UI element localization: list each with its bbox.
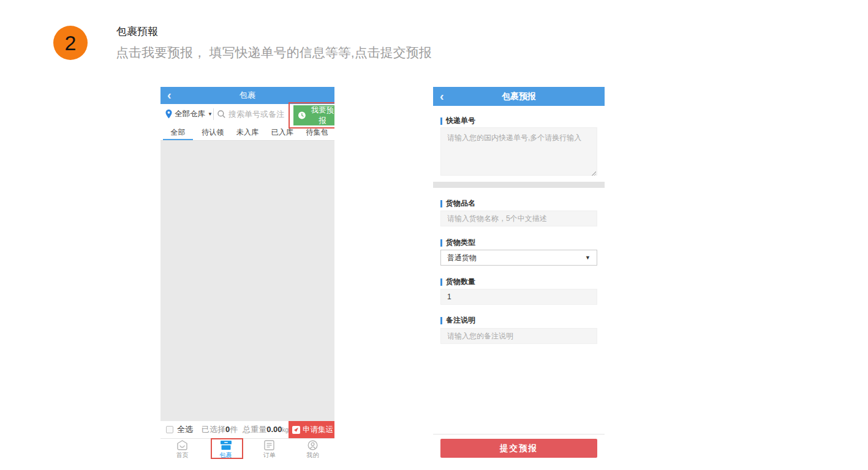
page-title: 包裹预报 [502,91,536,102]
back-icon[interactable]: ‹ [440,90,444,102]
goods-type-selected-value: 普通货物 [447,253,477,263]
nav-item-profile[interactable]: 我的 [291,439,334,461]
nav-item-orders[interactable]: 订单 [247,439,291,461]
forecast-button[interactable]: 我要预报 [293,105,334,125]
label-accent-bar [440,239,442,247]
divider [213,108,214,120]
divider [433,434,605,435]
app-header: ‹ 包裹预报 [433,87,605,106]
warehouse-dropdown[interactable]: 全部仓库 ▼ [165,104,213,124]
nav-label-orders: 订单 [263,451,276,460]
location-pin-icon [165,110,172,119]
home-icon [176,440,189,450]
selection-action-bar: 全选 已选择0件 总重量0.00kg 申请集运 [160,421,334,438]
step-title: 包裹預報 [116,24,158,39]
tutorial-page: 2 包裹預報 点击我要预报， 填写快递单号的信息等等,点击提交预报 ‹ 包裹 全… [0,0,868,470]
select-all-label: 全选 [177,424,193,435]
select-caret-icon: ▼ [585,255,591,261]
package-forecast-screen: ‹ 包裹预报 快递单号 货物品名 货物类型 普通货物 ▼ 货物数量 [433,87,605,461]
back-icon[interactable]: ‹ [167,89,172,101]
selected-suffix: 件 [230,425,238,434]
app-header: ‹ 包裹 [160,87,334,104]
page-title: 包裹 [240,90,255,101]
label-accent-bar [440,278,442,286]
step-number-badge: 2 [53,26,88,60]
search-input[interactable] [228,110,287,119]
empty-package-list [160,141,334,421]
nav-label-home: 首页 [176,451,189,460]
package-list-screen: ‹ 包裹 全部仓库 ▼ [160,87,334,461]
field-label-text: 备注说明 [446,315,475,326]
nav-label-packages: 包裹 [220,451,232,460]
apply-consolidation-button[interactable]: 申请集运 [289,421,334,438]
field-label-remarks: 备注说明 [440,316,475,324]
tab-to-bundle[interactable]: 待集包 [300,124,334,140]
selected-prefix: 已选择 [202,425,225,434]
goods-name-input[interactable] [440,211,597,226]
tab-to-claim[interactable]: 待认领 [195,124,230,140]
consolidate-icon [292,426,300,434]
weight-label: 总重量 [243,425,266,434]
select-all-checkbox[interactable] [166,426,173,433]
profile-icon [307,440,319,450]
weight-unit: kg [282,427,289,433]
step-description: 点击我要预报， 填写快递单号的信息等等,点击提交预报 [116,44,432,61]
weight-value: 0.00 [266,425,282,434]
field-label-tracking-number: 快递单号 [440,117,475,125]
tab-all[interactable]: 全部 [160,124,195,140]
nav-label-profile: 我的 [307,451,319,460]
warehouse-label: 全部仓库 [175,109,205,119]
clock-icon [298,111,306,119]
label-accent-bar [440,317,442,324]
apply-consolidation-label: 申请集运 [303,425,333,435]
search-icon [217,110,225,118]
field-label-text: 货物类型 [446,237,475,248]
step-number: 2 [65,31,77,55]
nav-item-home[interactable]: 首页 [160,439,204,461]
dropdown-caret-icon: ▼ [208,111,213,117]
field-label-text: 快递单号 [446,116,475,126]
resize-handle-icon[interactable] [592,171,596,176]
remarks-input[interactable] [440,328,597,344]
goods-quantity-input[interactable] [440,289,597,305]
label-accent-bar [440,200,442,207]
total-weight-text: 总重量0.00kg [243,424,289,435]
forecast-button-label: 我要预报 [309,105,334,126]
field-label-text: 货物数量 [446,277,475,287]
bottom-navigation: 首页 包裹 [160,438,334,461]
field-label-text: 货物品名 [446,198,475,209]
tab-not-in-warehouse[interactable]: 未入库 [230,124,265,140]
goods-type-select[interactable]: 普通货物 ▼ [440,250,597,266]
field-label-goods-name: 货物品名 [440,200,475,207]
tab-in-warehouse[interactable]: 已入库 [265,124,300,140]
search-box[interactable] [217,104,290,124]
selected-count-text: 已选择0件 [202,424,238,435]
label-accent-bar [440,118,442,125]
field-label-goods-quantity: 货物数量 [440,278,475,286]
field-label-goods-type: 货物类型 [440,239,475,247]
section-divider [433,182,605,188]
status-tabs: 全部 待认领 未入库 已入库 待集包 [160,124,334,141]
submit-forecast-button[interactable]: 提交预报 [440,439,597,458]
nav-item-packages[interactable]: 包裹 [204,439,247,461]
order-list-icon [263,440,276,450]
tracking-number-textarea[interactable] [440,127,597,176]
package-icon [220,440,232,450]
